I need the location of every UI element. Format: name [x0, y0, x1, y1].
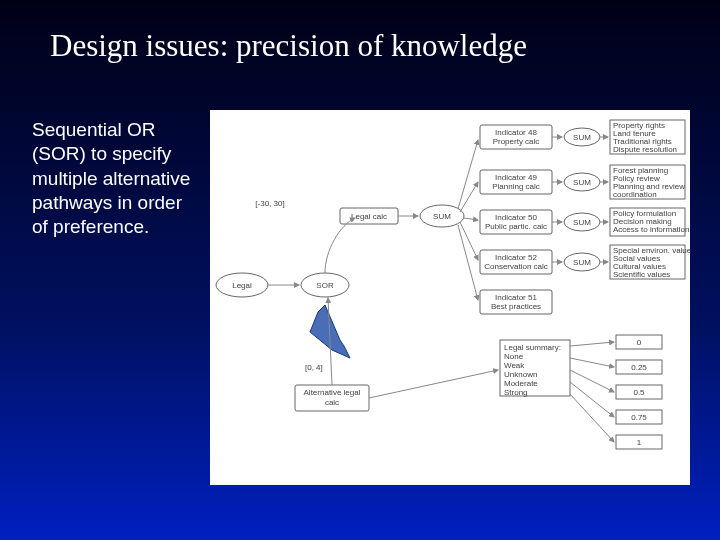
alt-legal-label-2: calc: [325, 398, 339, 407]
svg-text:Indicator 52: Indicator 52: [495, 253, 537, 262]
sor-label: SOR: [316, 281, 334, 290]
svg-text:None: None: [504, 352, 524, 361]
scale-0: 0: [616, 335, 662, 349]
svg-text:1: 1: [637, 438, 642, 447]
svg-text:0: 0: [637, 338, 642, 347]
scale-1: 0.25: [616, 360, 662, 374]
svg-text:Access to information: Access to information: [613, 225, 689, 234]
svg-text:Unknown: Unknown: [504, 370, 537, 379]
sum-49: SUM: [564, 173, 600, 191]
svg-text:Strong: Strong: [504, 388, 528, 397]
svg-text:Legal summary:: Legal summary:: [504, 343, 561, 352]
sum-48: SUM: [564, 128, 600, 146]
input-legal-range: [-30, 30]: [255, 199, 284, 208]
svg-text:0.75: 0.75: [631, 413, 647, 422]
svg-text:0.25: 0.25: [631, 363, 647, 372]
slide: Design issues: precision of knowledge Se…: [0, 0, 720, 540]
svg-text:Indicator 51: Indicator 51: [495, 293, 537, 302]
indicator-51: Indicator 51 Best practices: [480, 290, 552, 314]
alt-legal-label-1: Alternative legal: [304, 388, 361, 397]
svg-text:Property calc: Property calc: [493, 137, 540, 146]
svg-text:Indicator 50: Indicator 50: [495, 213, 537, 222]
right-text-1: Forest planning Policy review Planning a…: [610, 165, 685, 199]
scale-2: 0.5: [616, 385, 662, 399]
right-text-2: Policy formulation Decision making Acces…: [610, 208, 689, 236]
legal-summary-box: Legal summary: None Weak Unknown Moderat…: [500, 340, 570, 397]
svg-text:Dispute resolution: Dispute resolution: [613, 145, 677, 154]
scale-3: 0.75: [616, 410, 662, 424]
svg-text:Scientific values: Scientific values: [613, 270, 670, 279]
slide-title: Design issues: precision of knowledge: [50, 28, 680, 64]
svg-text:Indicator 49: Indicator 49: [495, 173, 537, 182]
svg-text:Public partic. calc: Public partic. calc: [485, 222, 547, 231]
indicator-52: Indicator 52 Conservation calc: [480, 250, 552, 274]
scale-4: 1: [616, 435, 662, 449]
svg-text:Best practices: Best practices: [491, 302, 541, 311]
svg-text:Moderate: Moderate: [504, 379, 538, 388]
svg-text:Conservation calc: Conservation calc: [484, 262, 548, 271]
sum-52: SUM: [564, 253, 600, 271]
svg-text:Planning calc: Planning calc: [492, 182, 540, 191]
input-legal-label: Legal: [232, 281, 252, 290]
diagram-panel: Legal [-30, 30] SOR Alternative legal ca…: [210, 110, 690, 485]
svg-text:Indicator 48: Indicator 48: [495, 128, 537, 137]
indicator-48: Indicator 48 Property calc: [480, 125, 552, 149]
indicator-49: Indicator 49 Planning calc: [480, 170, 552, 194]
svg-text:SUM: SUM: [573, 178, 591, 187]
legal-calc-label: Legal calc: [351, 212, 387, 221]
alt-legal-range: [0, 4]: [305, 363, 323, 372]
svg-text:SUM: SUM: [573, 258, 591, 267]
sum-50: SUM: [564, 213, 600, 231]
svg-text:coordination: coordination: [613, 190, 657, 199]
indicator-50: Indicator 50 Public partic. calc: [480, 210, 552, 234]
slide-body-text: Sequential OR (SOR) to specify multiple …: [32, 118, 200, 240]
svg-text:SUM: SUM: [573, 218, 591, 227]
right-text-0: Property rights Land tenure Traditional …: [610, 120, 685, 154]
svg-text:SUM: SUM: [573, 133, 591, 142]
right-text-3: Special environ. values Social values Cu…: [610, 245, 690, 279]
svg-text:Weak: Weak: [504, 361, 525, 370]
svg-text:0.5: 0.5: [633, 388, 645, 397]
sum-center-label: SUM: [433, 212, 451, 221]
